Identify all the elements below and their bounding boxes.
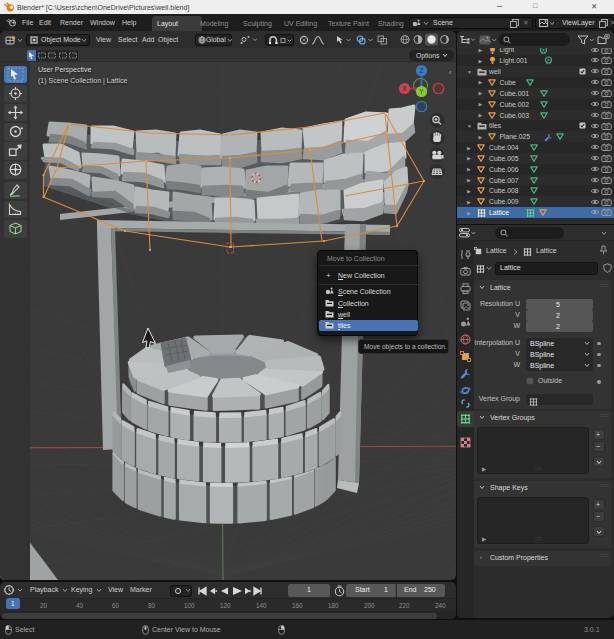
svg-text:Y: Y (419, 88, 424, 95)
svg-text:X: X (402, 85, 407, 92)
svg-text:Z: Z (420, 67, 424, 74)
